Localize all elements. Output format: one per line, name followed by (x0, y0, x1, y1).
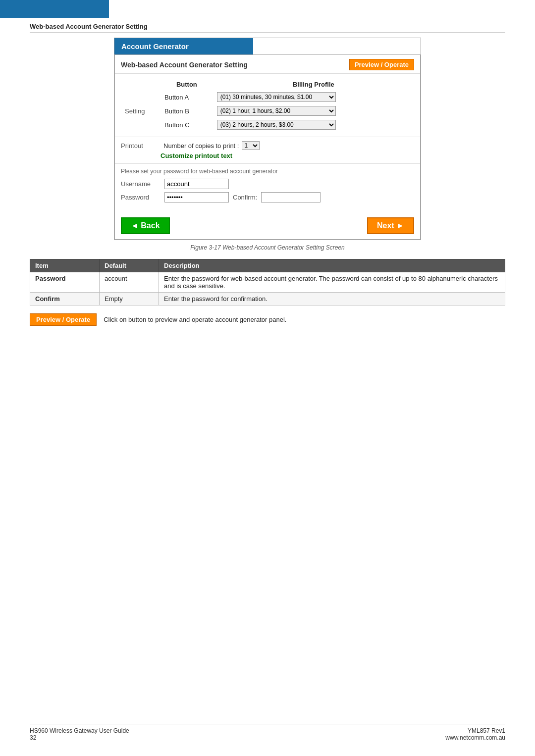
footer-rev: YML857 Rev1 (445, 727, 505, 734)
customize-row: Customize printout text (121, 152, 414, 159)
desc-item-confirm: Confirm (30, 293, 100, 305)
confirm-input[interactable] (261, 192, 321, 202)
account-generator-panel: Account Generator Web-based Account Gene… (114, 38, 421, 240)
top-blue-bar (0, 0, 109, 18)
table-row: Button C (03) 2 hours, 2 hours, $3.00 (121, 118, 414, 132)
panel-header: Account Generator (114, 38, 253, 54)
desc-col-default: Default (100, 259, 159, 272)
button-c-label: Button C (160, 118, 213, 132)
button-c-billing: (03) 2 hours, 2 hours, $3.00 (213, 118, 414, 132)
nav-buttons: ◄ Back Next ► (115, 209, 420, 239)
billing-select-a[interactable]: (01) 30 minutes, 30 minutes, $1.00 (217, 92, 336, 102)
col-setting-empty (121, 79, 160, 90)
button-a-billing: (01) 30 minutes, 30 minutes, $1.00 (213, 90, 414, 104)
panel-top-row: Web-based Account Generator Setting Prev… (115, 55, 420, 74)
section-title: Web-based Account Generator Setting (30, 23, 505, 33)
footer-url: www.netcomm.com.au (445, 734, 505, 741)
desc-col-description: Description (159, 259, 505, 272)
printout-section: Printout Number of copies to print : 1 2… (115, 137, 420, 164)
billing-table: Button Billing Profile Setting Button A … (121, 79, 414, 132)
desc-item-password: Password (30, 272, 100, 293)
figure-caption: Figure 3-17 Web-based Account Generator … (30, 244, 505, 251)
billing-select-c[interactable]: (03) 2 hours, 2 hours, $3.00 (217, 120, 336, 130)
customize-link[interactable]: Customize printout text (160, 152, 232, 159)
description-table: Item Default Description Password accoun… (30, 259, 505, 305)
printout-copies-row: Printout Number of copies to print : 1 2… (121, 141, 414, 150)
copies-select[interactable]: 1 2 3 (242, 141, 260, 150)
panel-inner-title: Web-based Account Generator Setting (121, 61, 248, 69)
footer: HS960 Wireless Gateway User Guide 32 YML… (30, 724, 505, 741)
button-a-label: Button A (160, 90, 213, 104)
col-billing-header: Billing Profile (213, 79, 414, 90)
preview-operate-desc-text: Click on button to preview and operate a… (104, 316, 286, 323)
desc-description-confirm: Enter the password for confirmation. (159, 293, 505, 305)
next-button[interactable]: Next ► (367, 217, 414, 234)
password-row: Password Confirm: (121, 192, 414, 202)
page-content: Web-based Account Generator Setting Acco… (0, 18, 535, 360)
col-button-header: Button (160, 79, 213, 90)
desc-col-item: Item (30, 259, 100, 272)
preview-operate-button-top[interactable]: Preview / Operate (349, 59, 414, 70)
password-hint: Please set your password for web-based a… (121, 168, 414, 175)
setting-section: Button Billing Profile Setting Button A … (115, 74, 420, 137)
username-input[interactable] (164, 179, 229, 189)
preview-operate-desc-section: Preview / Operate Click on button to pre… (30, 313, 505, 326)
username-label: Username (121, 180, 160, 188)
password-input[interactable] (164, 192, 229, 202)
footer-right: YML857 Rev1 www.netcomm.com.au (445, 727, 505, 741)
button-b-billing: (02) 1 hour, 1 hours, $2.00 (213, 104, 414, 118)
button-b-label: Button B (160, 104, 213, 118)
copies-text: Number of copies to print : (163, 142, 239, 150)
password-section: Please set your password for web-based a… (115, 164, 420, 209)
desc-description-password: Enter the password for web-based account… (159, 272, 505, 293)
panel-inner: Web-based Account Generator Setting Prev… (114, 54, 421, 240)
back-button[interactable]: ◄ Back (121, 217, 170, 234)
preview-operate-desc-button[interactable]: Preview / Operate (30, 313, 97, 326)
table-row: Confirm Empty Enter the password for con… (30, 293, 505, 305)
desc-default-confirm: Empty (100, 293, 159, 305)
footer-product: HS960 Wireless Gateway User Guide (30, 727, 129, 734)
table-row: Setting Button A (01) 30 minutes, 30 min… (121, 90, 414, 104)
confirm-label: Confirm: (233, 194, 257, 201)
password-label: Password (121, 194, 160, 201)
table-row: Password account Enter the password for … (30, 272, 505, 293)
table-row: Button B (02) 1 hour, 1 hours, $2.00 (121, 104, 414, 118)
footer-page: 32 (30, 734, 129, 741)
desc-default-password: account (100, 272, 159, 293)
username-row: Username (121, 179, 414, 189)
billing-select-b[interactable]: (02) 1 hour, 1 hours, $2.00 (217, 106, 336, 116)
footer-left: HS960 Wireless Gateway User Guide 32 (30, 727, 129, 741)
printout-label: Printout (121, 142, 160, 150)
setting-label: Setting (121, 90, 160, 132)
